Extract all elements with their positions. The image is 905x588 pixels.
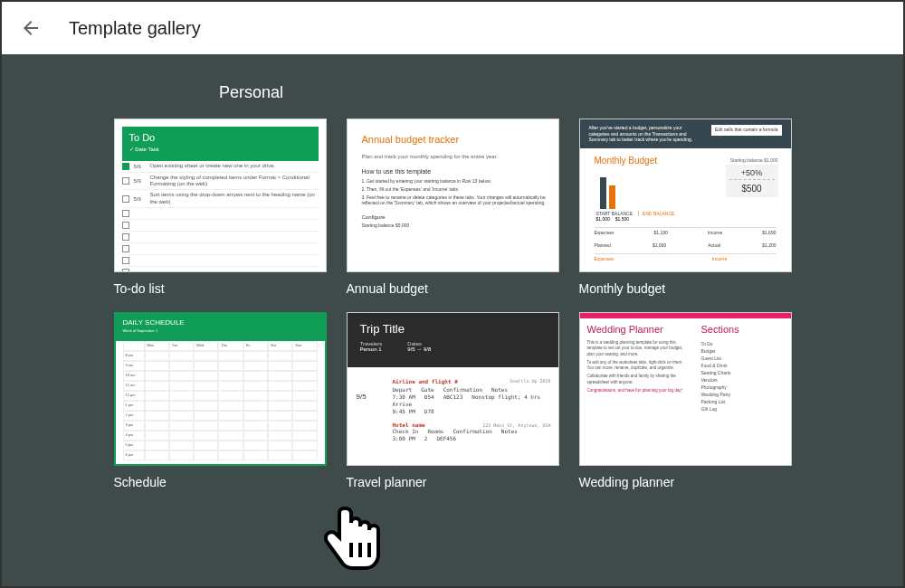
- template-label: Annual budget: [347, 281, 559, 296]
- monthly-section-row: ExpensesIncome: [595, 253, 776, 261]
- wedding-accent-bar: [580, 313, 791, 318]
- template-label: To-do list: [114, 281, 327, 296]
- template-label: Wedding planner: [579, 475, 792, 489]
- template-card-monthly: After you've started a budget, personali…: [579, 119, 792, 296]
- annual-configure: Configure: [362, 214, 551, 220]
- template-thumb-todo[interactable]: To Do ✓ Date Task 5/6Open existing sheet…: [114, 119, 327, 272]
- page-title: Template gallery: [69, 18, 201, 39]
- header: Template gallery: [2, 2, 903, 54]
- travel-flight-section: Airline and flight #Seattle Up 2019 Depa…: [393, 378, 551, 414]
- template-thumb-travel[interactable]: Trip Title TravelersPerson 1 Dates9/5 → …: [347, 312, 559, 466]
- schedule-header: DAILY SCHEDULE Week of September 1: [116, 314, 325, 341]
- template-thumb-monthly[interactable]: After you've started a budget, personali…: [579, 119, 792, 272]
- todo-thumb-columns: ✓ Date Task: [129, 146, 311, 152]
- template-label: Monthly budget: [579, 281, 792, 296]
- monthly-expenses-row: Expenses$1,190Income$1,690: [595, 227, 776, 235]
- template-thumb-schedule[interactable]: DAILY SCHEDULE Week of September 1 MonTu…: [114, 312, 327, 466]
- monthly-starting: Starting balance $1,000: [730, 157, 778, 163]
- monthly-topbar: After you've started a budget, personali…: [580, 119, 791, 148]
- template-card-wedding: Wedding Planner This is a wedding planni…: [579, 312, 792, 489]
- annual-sub: Plan and track your monthly spending for…: [362, 154, 551, 159]
- annual-how: How to use this template: [362, 168, 551, 175]
- wedding-sections-title: Sections: [701, 324, 739, 335]
- monthly-planned-row: Planned$1,060Actual$1,200: [595, 241, 776, 248]
- annual-step: 2. Then, fill out the 'Expenses' and 'In…: [362, 186, 551, 192]
- template-thumb-wedding[interactable]: Wedding Planner This is a wedding planni…: [579, 312, 792, 466]
- template-thumb-annual[interactable]: Annual budget tracker Plan and track you…: [347, 119, 559, 272]
- template-card-annual: Annual budget tracker Plan and track you…: [347, 119, 559, 296]
- template-card-todo: To Do ✓ Date Task 5/6Open existing sheet…: [114, 119, 327, 296]
- wedding-sections-list: To Do Budget Guest List Food & Drink Sea…: [701, 340, 739, 413]
- back-arrow-icon[interactable]: [20, 17, 42, 39]
- template-card-schedule: DAILY SCHEDULE Week of September 1 MonTu…: [114, 312, 327, 489]
- todo-thumb-title: To Do: [129, 132, 311, 143]
- category-heading: Personal: [219, 83, 849, 102]
- todo-thumb-rows: 5/6Open existing sheet or create new one…: [122, 161, 319, 272]
- travel-hotel-section: Hotel name 123 Main St, Anytown, USA Che…: [393, 422, 551, 441]
- annual-title: Annual budget tracker: [362, 134, 551, 145]
- travel-day: 9/5: [357, 393, 367, 401]
- template-label: Schedule: [114, 475, 327, 489]
- annual-step: 1. Get started by entering your starting…: [362, 178, 551, 184]
- travel-header: Trip Title TravelersPerson 1 Dates9/5 → …: [348, 313, 558, 367]
- schedule-grid: MonTueWedThuFriSatSun 8 am 9 am 10 am 11…: [123, 341, 318, 460]
- wedding-columns: Wedding Planner This is a wedding planni…: [587, 324, 784, 413]
- main-area: Personal To Do ✓ Date Task 5/6Open exist…: [2, 54, 903, 586]
- annual-balance: Starting balance $5,000: [362, 223, 551, 228]
- monthly-summary-box: +50% $500: [726, 165, 778, 197]
- template-card-travel: Trip Title TravelersPerson 1 Dates9/5 → …: [347, 312, 559, 489]
- template-label: Travel planner: [347, 475, 559, 489]
- template-grid: To Do ✓ Date Task 5/6Open existing sheet…: [56, 119, 849, 489]
- annual-step: 3. Feel free to rename or delete categor…: [362, 194, 551, 205]
- wedding-intro: This is a wedding planning template for …: [587, 340, 685, 394]
- monthly-bar-values: $1,000$1,500: [596, 216, 784, 222]
- wedding-title: Wedding Planner: [587, 324, 685, 335]
